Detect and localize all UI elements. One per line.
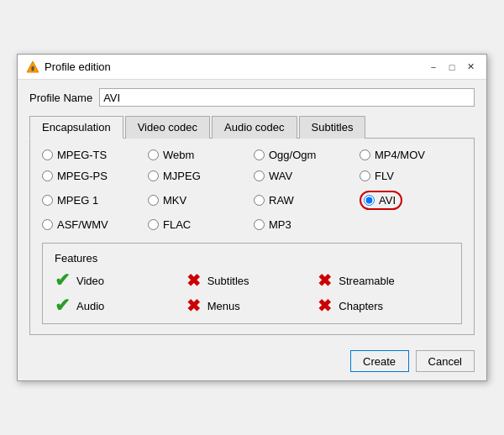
- close-button[interactable]: ✕: [463, 60, 478, 75]
- radio-flac[interactable]: FLAC: [148, 218, 250, 231]
- dialog-body: Profile Name Encapsulation Video codec A…: [18, 80, 486, 343]
- maximize-button[interactable]: □: [444, 60, 459, 75]
- radio-mp4-mov[interactable]: MP4/MOV: [360, 149, 462, 161]
- tab-content-encapsulation: MPEG-TS Webm Ogg/Ogm MP4/MOV MPEG-P: [29, 139, 475, 335]
- empty-cell: [360, 218, 462, 231]
- radio-mpeg-ps[interactable]: MPEG-PS: [42, 170, 144, 182]
- radio-wav[interactable]: WAV: [254, 170, 356, 182]
- tab-video-codec[interactable]: Video codec: [125, 116, 210, 139]
- feature-label-audio: Audio: [76, 300, 104, 312]
- window-title: Profile edition: [45, 60, 111, 73]
- feature-label-menus: Menus: [207, 300, 240, 312]
- vlc-icon: [26, 60, 39, 74]
- profile-edition-dialog: Profile edition − □ ✕ Profile Name Encap…: [17, 54, 487, 381]
- radio-raw[interactable]: RAW: [254, 191, 356, 210]
- radio-flv[interactable]: FLV: [360, 170, 462, 182]
- create-button[interactable]: Create: [350, 350, 409, 372]
- radio-mkv[interactable]: MKV: [148, 191, 250, 210]
- x-icon-chapters: ✖: [318, 297, 332, 314]
- feature-label-video: Video: [76, 275, 104, 287]
- tab-encapsulation[interactable]: Encapsulation: [29, 116, 123, 139]
- radio-mp3[interactable]: MP3: [254, 218, 356, 231]
- title-bar-left: Profile edition: [26, 60, 111, 74]
- feature-streamable: ✖ Streamable: [318, 271, 449, 290]
- profile-name-row: Profile Name: [29, 88, 475, 107]
- radio-webm[interactable]: Webm: [148, 149, 250, 161]
- feature-video: ✔ Video: [55, 271, 186, 290]
- dialog-footer: Create Cancel: [18, 343, 486, 380]
- feature-audio: ✔ Audio: [55, 296, 186, 315]
- radio-ogg-ogm[interactable]: Ogg/Ogm: [254, 149, 356, 161]
- feature-chapters: ✖ Chapters: [318, 296, 449, 315]
- features-grid: ✔ Video ✖ Subtitles ✖ Streamable: [55, 271, 449, 315]
- radio-mpeg1[interactable]: MPEG 1: [42, 191, 144, 210]
- check-icon-video: ✔: [55, 271, 70, 290]
- feature-label-subtitles: Subtitles: [207, 275, 249, 287]
- svg-point-2: [32, 69, 34, 71]
- feature-label-chapters: Chapters: [339, 300, 383, 312]
- title-bar: Profile edition − □ ✕: [18, 55, 486, 80]
- features-box: Features ✔ Video ✖ Subtitles ✖: [42, 243, 462, 324]
- cancel-button[interactable]: Cancel: [416, 350, 475, 372]
- x-icon-streamable: ✖: [318, 272, 332, 289]
- features-title: Features: [55, 252, 449, 265]
- feature-menus: ✖ Menus: [186, 296, 318, 315]
- feature-label-streamable: Streamable: [339, 275, 394, 287]
- encapsulation-radio-grid: MPEG-TS Webm Ogg/Ogm MP4/MOV MPEG-P: [42, 149, 462, 231]
- radio-mjpeg[interactable]: MJPEG: [148, 170, 250, 182]
- feature-subtitles: ✖ Subtitles: [186, 271, 318, 290]
- radio-asf-wmv[interactable]: ASF/WMV: [42, 218, 144, 231]
- profile-name-label: Profile Name: [29, 92, 92, 104]
- radio-avi[interactable]: AVI: [360, 191, 462, 210]
- x-icon-menus: ✖: [186, 297, 201, 314]
- radio-mpeg-ts[interactable]: MPEG-TS: [42, 149, 144, 161]
- minimize-button[interactable]: −: [426, 60, 441, 75]
- check-icon-audio: ✔: [55, 296, 70, 315]
- tab-audio-codec[interactable]: Audio codec: [212, 116, 297, 139]
- title-buttons: − □ ✕: [426, 60, 478, 75]
- x-icon-subtitles: ✖: [186, 272, 201, 289]
- tabs: Encapsulation Video codec Audio codec Su…: [29, 115, 475, 139]
- tab-subtitles[interactable]: Subtitles: [299, 116, 366, 139]
- profile-name-input[interactable]: [99, 88, 475, 107]
